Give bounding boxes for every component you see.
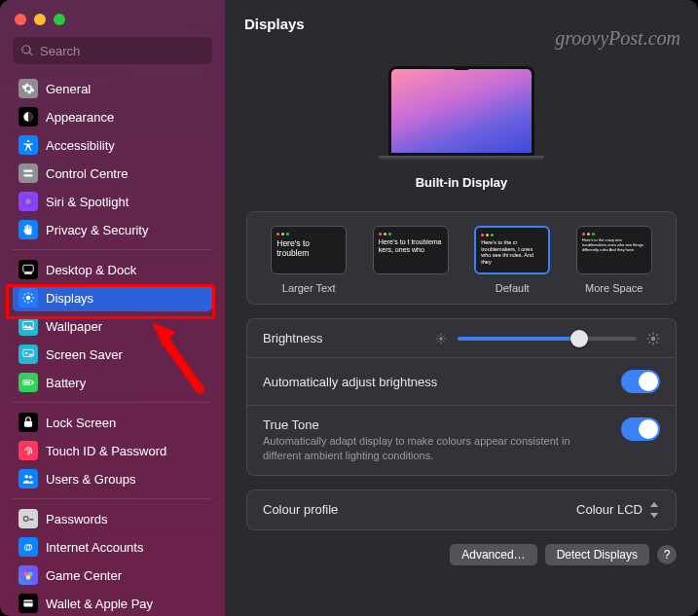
sidebar-item-internet-accounts[interactable]: @Internet Accounts [13,533,212,561]
display-hero: Built-in Display [246,47,677,198]
svg-line-15 [31,294,32,295]
sidebar-item-users-groups[interactable]: Users & Groups [13,465,212,492]
main-content: Displays Built-in Display Here's to trou… [225,0,698,616]
sidebar-item-label: Internet Accounts [46,540,143,555]
detect-displays-button[interactable]: Detect Displays [545,544,649,565]
true-tone-description: Automatically adapt display to make colo… [263,434,604,463]
sidebar-item-battery[interactable]: Battery [13,369,212,396]
maximize-window-button[interactable] [54,14,65,25]
system-settings-window: groovyPost.com GeneralAppearanceAccessib… [0,0,698,616]
svg-line-50 [656,334,658,336]
svg-line-12 [24,294,25,295]
search-icon [20,44,34,57]
advanced-button[interactable]: Advanced… [450,544,536,565]
svg-line-48 [656,341,658,343]
svg-point-42 [651,336,656,341]
svg-line-49 [648,341,650,343]
resolution-option-label: Larger Text [282,282,336,294]
resolution-option-0[interactable]: Here's to troublemLarger Text [263,226,355,294]
key-icon [18,509,38,528]
svg-rect-31 [23,601,32,602]
sidebar-item-screen-saver[interactable]: Screen Saver [13,341,212,368]
resolution-sample-text: Here's to the crazy one troublemakers on… [582,238,646,252]
resolution-option-2[interactable]: Here's to the cr troublemakers, t ones w… [466,226,559,294]
true-tone-row: True Tone Automatically adapt display to… [247,405,676,475]
resolution-sample-text: Here's to t troublema kers, ones who [379,238,443,255]
svg-rect-3 [23,174,32,176]
brightness-icon [18,288,38,308]
svg-point-33 [439,337,443,341]
minimize-window-button[interactable] [34,14,46,25]
help-button[interactable]: ? [657,545,677,564]
sidebar-item-label: General [46,82,91,96]
at-icon: @ [18,537,38,557]
sidebar-item-accessibility[interactable]: Accessibility [13,131,212,159]
sidebar-item-appearance[interactable]: Appearance [13,103,212,130]
resolution-option-label: Default [496,282,530,294]
macbook-illustration [388,66,534,162]
accessibility-icon [18,135,38,155]
colour-profile-label: Colour profile [263,502,338,517]
sidebar-item-label: Desktop & Dock [46,263,136,277]
sidebar-item-label: Lock Screen [46,416,116,430]
sidebar-item-general[interactable]: General [13,75,212,102]
sidebar-item-touch-id[interactable]: Touch ID & Password [13,437,212,464]
lock-icon [18,413,38,432]
svg-point-24 [29,476,32,479]
auto-brightness-label: Automatically adjust brightness [263,375,437,389]
svg-rect-6 [24,272,32,274]
sidebar-item-label: Users & Groups [46,472,135,487]
svg-point-18 [25,352,27,354]
resolution-option-1[interactable]: Here's to t troublema kers, ones who [365,226,458,294]
sidebar-item-displays[interactable]: Displays [13,284,212,311]
resolution-panel: Here's to troublemLarger TextHere's to t… [246,211,677,305]
auto-brightness-toggle[interactable] [621,370,660,393]
sidebar-item-label: Game Center [46,568,122,583]
svg-point-25 [23,517,28,522]
siri-icon [18,192,38,211]
colour-profile-select[interactable]: Colour LCD [576,502,660,518]
svg-line-13 [31,301,32,302]
sidebar-item-privacy[interactable]: Privacy & Security [13,216,212,243]
sidebar-item-label: Accessibility [46,138,115,153]
sidebar-item-control-centre[interactable]: Control Centre [13,160,212,187]
colour-profile-row: Colour profile Colour LCD [247,490,676,529]
search-wrap [13,37,212,64]
sidebar-item-label: Passwords [46,512,108,526]
sidebar-item-desktop-dock[interactable]: Desktop & Dock [13,256,212,283]
users-icon [18,469,38,489]
svg-rect-21 [33,381,34,383]
true-tone-toggle[interactable] [621,417,660,441]
svg-point-7 [26,296,31,301]
sidebar-item-lock-screen[interactable]: Lock Screen [13,409,212,436]
resolution-thumbnail: Here's to t troublema kers, ones who [373,226,449,274]
auto-brightness-row: Automatically adjust brightness [247,357,676,405]
svg-rect-17 [23,349,34,356]
fingerprint-icon [18,441,38,460]
control-centre-icon [18,163,38,183]
resolution-option-3[interactable]: Here's to the crazy one troublemakers on… [569,226,661,294]
svg-rect-22 [24,421,32,427]
svg-text:@: @ [23,542,32,552]
resolution-option-label: More Space [585,282,643,294]
search-input[interactable] [13,37,212,64]
wallet-icon [18,594,38,613]
svg-rect-5 [23,265,34,272]
sidebar-item-wallet[interactable]: Wallet & Apple Pay [13,590,212,616]
brightness-slider[interactable] [458,337,637,341]
svg-rect-30 [23,600,32,607]
sidebar-item-label: Appearance [46,110,114,125]
sidebar: GeneralAppearanceAccessibilityControl Ce… [0,0,225,616]
sidebar-item-wallpaper[interactable]: Wallpaper [13,312,212,340]
svg-rect-2 [23,170,32,172]
resolution-thumbnail: Here's to the crazy one troublemakers on… [576,226,652,274]
sidebar-item-passwords[interactable]: Passwords [13,505,212,532]
svg-point-23 [25,475,29,479]
sidebar-item-label: Siri & Spotlight [46,195,129,209]
sidebar-item-siri[interactable]: Siri & Spotlight [13,188,212,215]
resolution-sample-text: Here's to the cr troublemakers, t ones w… [481,239,543,265]
resolution-sample-text: Here's to troublem [276,238,341,258]
sidebar-item-game-center[interactable]: Game Center [13,562,212,589]
close-window-button[interactable] [15,14,26,25]
brightness-label: Brightness [263,331,322,345]
